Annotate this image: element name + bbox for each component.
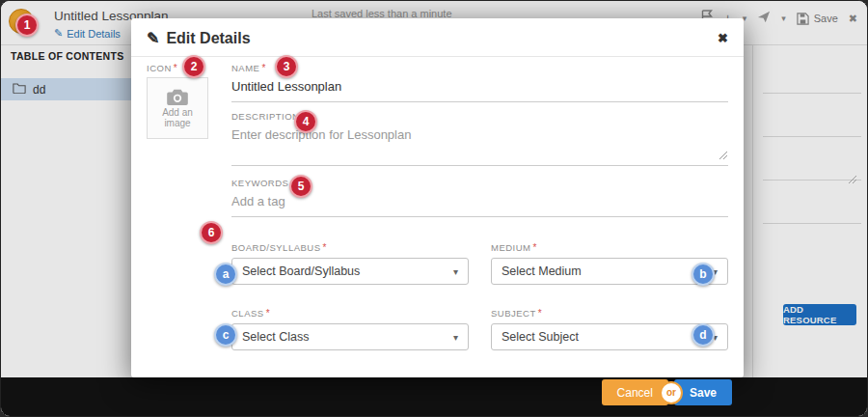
medium-value: Select Medium (502, 264, 582, 278)
annotation-badge-5: 5 (289, 175, 312, 198)
modal-footer: Cancel or Save (131, 379, 744, 405)
annotation-badge-b: b (692, 263, 715, 286)
annotation-badge-3: 3 (275, 55, 298, 78)
board-syllabus-label: BOARD/SYLLABUS* (231, 242, 469, 253)
required-asterisk: * (533, 242, 537, 253)
cancel-button[interactable]: Cancel (602, 379, 668, 405)
modal-body: ICON* Add an image NAME* (131, 57, 744, 350)
required-asterisk: * (261, 63, 265, 73)
modal-title-label: Edit Details (166, 30, 250, 47)
required-asterisk: * (266, 308, 270, 319)
name-label: NAME* (231, 63, 728, 73)
modal-title: ✎ Edit Details (147, 29, 251, 47)
class-label: CLASS* (231, 308, 469, 319)
annotation-badge-4: 4 (294, 110, 317, 133)
modal-header: ✎ Edit Details ✖ (131, 18, 744, 57)
upload-hint-text: Add an image (153, 107, 202, 129)
medium-label: MEDIUM* (491, 242, 728, 253)
camera-icon (167, 88, 188, 105)
modal-close-icon[interactable]: ✖ (718, 31, 728, 45)
required-asterisk: * (174, 63, 177, 73)
required-asterisk: * (538, 308, 542, 319)
class-select[interactable]: Select Class ▾ (231, 323, 469, 350)
save-button[interactable]: Save (674, 379, 732, 405)
icon-field: ICON* Add an image (147, 63, 208, 166)
annotation-badge-d: d (692, 323, 715, 347)
board-syllabus-field: BOARD/SYLLABUS* Select Board/Syllabus ▾ (231, 242, 469, 285)
icon-upload-box[interactable]: Add an image (147, 77, 208, 139)
screen: Untitled Lessonplan ✎ Edit Details Last … (0, 0, 868, 417)
class-value: Select Class (242, 330, 309, 344)
annotation-badge-1: 1 (15, 14, 39, 37)
framework-selects: BOARD/SYLLABUS* Select Board/Syllabus ▾ … (231, 242, 728, 350)
edit-pencil-icon: ✎ (147, 29, 159, 47)
name-field: NAME* (231, 63, 728, 102)
resize-handle-icon[interactable] (719, 149, 728, 163)
annotation-badge-a: a (214, 263, 237, 286)
class-field: CLASS* Select Class ▾ (231, 308, 469, 350)
name-input[interactable] (231, 73, 728, 102)
annotation-badge-6: 6 (200, 221, 223, 244)
chevron-down-icon: ▾ (453, 332, 458, 343)
description-placeholder: Enter description for Lessonplan (231, 127, 411, 142)
subject-value: Select Subject (502, 330, 579, 344)
chevron-down-icon: ▾ (453, 266, 458, 277)
annotation-badge-c: c (214, 323, 237, 347)
required-asterisk: * (323, 242, 327, 253)
subject-label: SUBJECT* (491, 308, 728, 319)
annotation-badge-2: 2 (182, 55, 205, 78)
board-syllabus-select[interactable]: Select Board/Syllabus ▾ (231, 258, 469, 285)
board-syllabus-value: Select Board/Syllabus (242, 264, 360, 278)
or-separator: or (660, 381, 683, 404)
